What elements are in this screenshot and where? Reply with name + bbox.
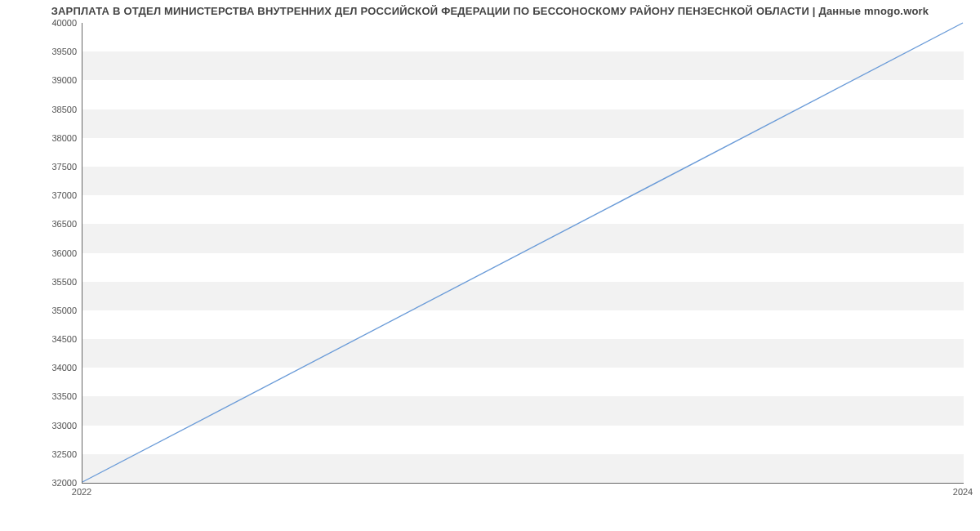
- chart-title: ЗАРПЛАТА В ОТДЕЛ МИНИСТЕРСТВА ВНУТРЕННИХ…: [0, 5, 980, 17]
- y-tick-label: 32500: [5, 449, 77, 459]
- y-tick-label: 33500: [5, 391, 77, 401]
- y-tick-label: 35500: [5, 277, 77, 287]
- y-tick-label: 34000: [5, 363, 77, 373]
- y-tick-label: 36000: [5, 248, 77, 258]
- y-tick-label: 33000: [5, 421, 77, 431]
- y-tick-label: 40000: [5, 18, 77, 28]
- y-tick-label: 39500: [5, 47, 77, 56]
- y-tick-label: 36500: [5, 219, 77, 229]
- x-tick-label: 2024: [953, 487, 973, 497]
- y-tick-label: 37500: [5, 162, 77, 172]
- y-tick-label: 32000: [5, 478, 77, 488]
- y-tick-label: 35000: [5, 306, 77, 315]
- y-tick-label: 39000: [5, 75, 77, 85]
- y-tick-label: 34500: [5, 334, 77, 344]
- salary-chart: ЗАРПЛАТА В ОТДЕЛ МИНИСТЕРСТВА ВНУТРЕННИХ…: [0, 0, 980, 506]
- plot-area: [82, 23, 964, 484]
- data-series-line: [82, 23, 963, 482]
- y-tick-label: 38500: [5, 105, 77, 114]
- y-tick-label: 38000: [5, 133, 77, 143]
- x-tick-label: 2022: [72, 487, 91, 497]
- line-layer: [82, 23, 964, 483]
- y-tick-label: 37000: [5, 190, 77, 200]
